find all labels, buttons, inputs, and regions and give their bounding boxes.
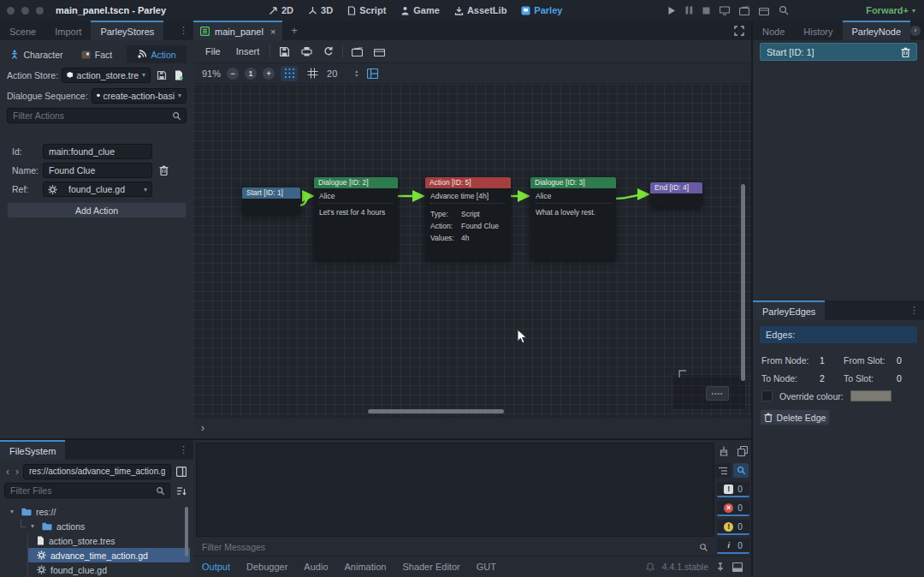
graph-node-dialogue-3[interactable]: Dialogue [ID: 3] Alice What a lovely res…	[530, 177, 616, 260]
tab-script[interactable]: Script	[347, 5, 386, 15]
tab-fact[interactable]: Fact	[67, 45, 127, 63]
movie-writer-icon[interactable]	[759, 6, 769, 15]
renderer-selector[interactable]: Forward+ ▾	[866, 0, 915, 21]
tab-parleynode[interactable]: ParleyNode	[843, 21, 910, 40]
delete-node-button[interactable]	[901, 47, 910, 57]
tree-row-root[interactable]: ▾ res://	[3, 504, 190, 519]
close-icon[interactable]: ×	[270, 27, 275, 37]
tab-scene[interactable]: Scene	[0, 21, 45, 40]
sort-files-button[interactable]	[174, 484, 189, 498]
bottom-tab-gut[interactable]: GUT	[477, 562, 496, 572]
filter-messages-input[interactable]	[202, 539, 699, 555]
tree-scrollbar[interactable]	[185, 507, 188, 556]
filter-info-badge[interactable]: i 0	[717, 538, 749, 554]
tab-node[interactable]: Node	[753, 21, 794, 40]
split-mode-button[interactable]	[174, 464, 189, 479]
window-minimize-button[interactable]	[21, 7, 29, 15]
tree-row-actions-folder[interactable]: ▾ actions	[3, 519, 190, 533]
tab-assetlib[interactable]: AssetLib	[454, 5, 506, 15]
tab-3d[interactable]: 3D	[308, 5, 333, 15]
expand-bottom-panel-icon[interactable]	[732, 562, 743, 572]
clear-output-button[interactable]	[717, 444, 731, 458]
tab-game[interactable]: Game	[400, 5, 440, 15]
override-colour-checkbox[interactable]	[761, 390, 773, 402]
snap-distance-spinner[interactable]: ▴▾	[355, 69, 358, 78]
zoom-in-button[interactable]: +	[263, 68, 275, 80]
run-sequence-button[interactable]	[348, 44, 365, 59]
history-back-icon[interactable]: ‹	[4, 466, 11, 478]
dock-menu-icon[interactable]: ⋮	[174, 440, 193, 460]
tab-filesystem[interactable]: FileSystem	[0, 440, 65, 460]
tab-character[interactable]: Character	[7, 45, 67, 63]
search-messages-button[interactable]	[733, 463, 749, 478]
filter-all-badge[interactable]: ! 0	[717, 482, 749, 497]
play-button[interactable]	[667, 6, 676, 15]
new-store-button[interactable]	[172, 68, 187, 82]
filter-files-input[interactable]	[4, 483, 170, 498]
bottom-tab-shader-editor[interactable]: Shader Editor	[402, 562, 459, 572]
filter-warnings-badge[interactable]: ! 0	[717, 520, 749, 535]
graph-minimap[interactable]: ••••	[672, 374, 746, 410]
tab-parley[interactable]: Parley	[521, 5, 562, 15]
graph-node-end[interactable]: End [ID: 4]	[650, 182, 702, 207]
action-store-dropdown[interactable]: action_store.tre ▾	[62, 68, 151, 83]
tab-parleystores[interactable]: ParleyStores	[91, 21, 163, 40]
graph-canvas[interactable]: Start [ID: 1] Dialogue [ID: 2] Alice Let…	[193, 84, 751, 417]
tab-action[interactable]: Action	[127, 45, 187, 63]
stop-button[interactable]	[702, 7, 710, 15]
chevron-down-icon[interactable]: ▾	[10, 508, 17, 515]
tab-import[interactable]: Import	[45, 21, 91, 40]
pin-bottom-panel-icon[interactable]	[716, 562, 725, 572]
pause-button[interactable]	[685, 6, 693, 15]
bottom-tab-debugger[interactable]: Debugger	[246, 562, 287, 572]
window-zoom-button[interactable]	[36, 7, 44, 15]
copy-output-button[interactable]	[736, 444, 749, 458]
save-button[interactable]	[275, 44, 293, 59]
tree-row-file[interactable]: found_clue.gd	[28, 562, 190, 577]
horizontal-scrollbar[interactable]	[368, 409, 504, 413]
graph-node-action-5[interactable]: Action [ID: 5] Advance time [4h] Type:Sc…	[425, 177, 511, 260]
expand-panel-chevron[interactable]: ›	[201, 422, 204, 434]
bottom-tab-animation[interactable]: Animation	[345, 562, 387, 572]
vertical-scrollbar[interactable]	[741, 184, 745, 381]
dock-menu-icon[interactable]: ⋮	[904, 300, 924, 320]
tab-parleyedges[interactable]: ParleyEdges	[753, 300, 825, 320]
reset-view-button[interactable]	[320, 44, 337, 59]
zoom-out-button[interactable]: −	[227, 68, 239, 80]
filter-errors-badge[interactable]: × 0	[717, 501, 749, 516]
snap-toggle-button[interactable]	[281, 66, 298, 81]
dialogue-sequence-dropdown[interactable]: create-action-basi ▾	[92, 88, 187, 104]
notification-bell-icon[interactable]	[646, 562, 654, 572]
delete-edge-button[interactable]: Delete Edge	[760, 409, 830, 425]
history-forward-icon[interactable]: ›	[14, 466, 21, 478]
remote-debug-icon[interactable]	[720, 6, 730, 15]
tree-row-file-selected[interactable]: advance_time_action.gd	[28, 548, 190, 562]
menu-insert[interactable]: Insert	[231, 46, 265, 57]
movie-maker-icon[interactable]	[739, 6, 749, 15]
selected-node-header[interactable]: Start [ID: 1]	[760, 43, 917, 61]
delete-action-button[interactable]	[156, 163, 172, 178]
profiler-icon[interactable]	[779, 5, 789, 15]
name-input[interactable]	[43, 163, 152, 178]
prev-tab-icon[interactable]: ‹	[910, 26, 921, 36]
tab-history[interactable]: History	[794, 21, 842, 40]
bottom-tab-audio[interactable]: Audio	[304, 562, 328, 572]
filter-actions-input[interactable]	[7, 108, 187, 123]
spinner-down-icon[interactable]: ▾	[355, 74, 358, 78]
zoom-reset-button[interactable]: 1	[245, 68, 257, 80]
menu-file[interactable]: File	[200, 46, 226, 57]
output-log-area[interactable]	[196, 443, 714, 537]
grid-toggle-button[interactable]	[304, 66, 321, 81]
tab-2d[interactable]: 2D	[269, 5, 293, 15]
current-path-field[interactable]	[23, 464, 171, 479]
window-close-button[interactable]	[7, 7, 15, 15]
minimap-resize-button[interactable]: ••••	[706, 386, 729, 401]
colour-swatch[interactable]	[850, 390, 891, 402]
run-scene-button[interactable]	[370, 44, 388, 59]
graph-node-start[interactable]: Start [ID: 1]	[242, 187, 300, 215]
test-dialogue-button[interactable]	[298, 44, 315, 59]
bottom-tab-output[interactable]: Output	[202, 562, 230, 572]
add-action-button[interactable]: Add Action	[7, 202, 187, 218]
new-tab-button[interactable]: +	[282, 21, 306, 40]
save-store-button[interactable]	[154, 68, 169, 82]
